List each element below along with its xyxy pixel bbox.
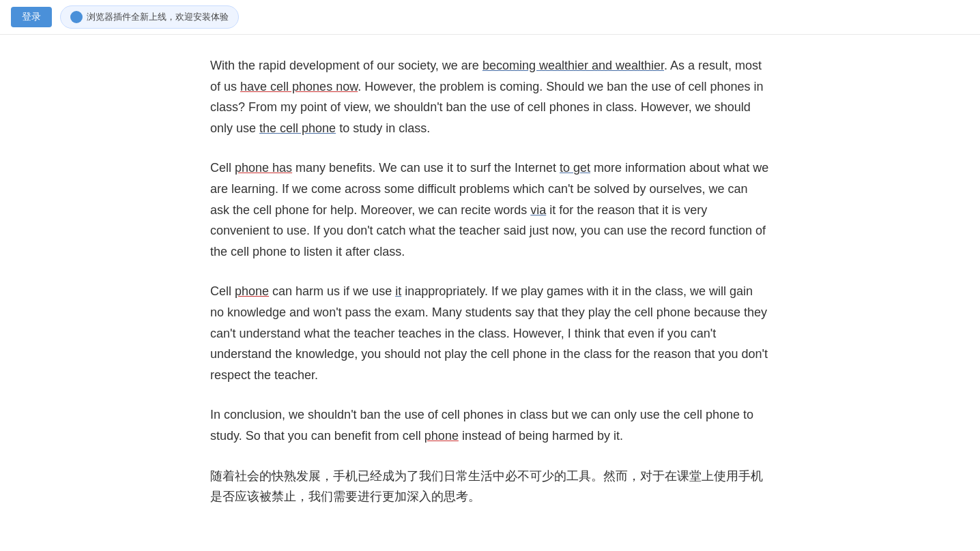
paragraph-4: In conclusion, we shouldn't ban the use … [210,404,770,446]
paragraph-2: Cell phone has many benefits. We can use… [210,158,770,262]
underline-the-cell-phone: the cell phone [259,121,336,135]
underline-via: via [530,203,546,217]
top-bar: 登录 浏览器插件全新上线，欢迎安装体验 [0,0,980,35]
underline-phone-has: phone has [235,161,292,175]
plugin-banner[interactable]: 浏览器插件全新上线，欢迎安装体验 [60,5,239,29]
underline-phone-harm: phone [235,284,269,298]
underline-becoming-wealthier: becoming wealthier and wealthier [482,59,664,72]
underline-phone-benefit: phone [424,429,459,443]
plugin-text: 浏览器插件全新上线，欢迎安装体验 [87,10,229,25]
chinese-text-line1: 随着社会的快熟发展，手机已经成为了我们日常生活中必不可少的工具。然而，对于在课堂… [210,469,763,504]
underline-have-cell-phones: have cell phones now [240,80,358,93]
paragraph-3: Cell phone can harm us if we use it inap… [210,281,770,385]
underline-it: it [395,284,401,298]
paragraph-1: With the rapid development of our societ… [210,55,770,138]
paragraph-5-chinese: 随着社会的快熟发展，手机已经成为了我们日常生活中必不可少的工具。然而，对于在课堂… [210,466,770,507]
content-area: With the rapid development of our societ… [183,35,797,551]
plugin-icon [70,11,83,23]
underline-to-get: to get [560,161,590,175]
login-button[interactable]: 登录 [11,7,52,27]
